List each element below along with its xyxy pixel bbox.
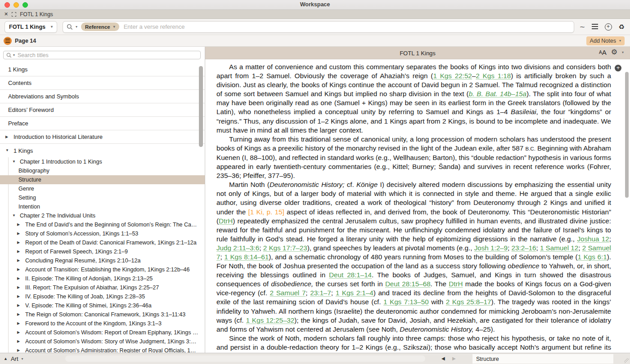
expand-tree-icon[interactable]: ▶ xyxy=(17,322,22,325)
chevron-down-icon: ▾ xyxy=(13,53,15,57)
reference-link[interactable]: 2 Kgs 1:18 xyxy=(476,72,511,80)
toc-item[interactable]: Bibliography xyxy=(0,166,205,175)
expand-tree-icon[interactable]: ▶ xyxy=(5,135,10,139)
reference-link[interactable]: b. B. Bat. 14b–15a xyxy=(469,90,526,98)
toc-item[interactable]: ▼Chapter 2 The Individual Units xyxy=(0,211,205,220)
reference-link[interactable]: 1 Kgs 12:25–32 xyxy=(246,316,294,324)
reference-link[interactable]: 23:2–16 xyxy=(512,244,536,252)
horizontal-scrollbar-track[interactable] xyxy=(65,355,425,362)
reference-link[interactable]: 1 Kgs 6:1 xyxy=(578,253,607,261)
toc-item[interactable]: ▶Introduction to Historical Literature xyxy=(0,130,205,144)
toc-search-input[interactable]: ▾ Search titles xyxy=(3,51,201,59)
toc-item[interactable]: Setting xyxy=(0,193,205,202)
expand-tree-icon[interactable]: ▶ xyxy=(17,250,22,253)
reference-link[interactable]: 23:1–7 xyxy=(310,289,331,297)
toc-item[interactable]: ▶V. Episode: The Killing of Shimei, 1Kin… xyxy=(0,301,205,310)
toc-item[interactable]: Intention xyxy=(0,202,205,211)
expand-tree-icon[interactable]: ▶ xyxy=(17,259,22,262)
add-note-fab[interactable]: + xyxy=(615,65,621,71)
toc-item[interactable]: ▶The End of David’s and the Beginning of… xyxy=(0,220,205,229)
expand-tree-icon[interactable]: ▶ xyxy=(17,286,22,289)
toc-item[interactable]: Preface xyxy=(0,117,205,130)
toc-item[interactable]: ▶Account of Solomon’s Administration: Re… xyxy=(0,346,205,353)
expand-tree-icon[interactable]: ▶ xyxy=(17,340,22,343)
reading-plan-icon[interactable]: ♻ xyxy=(619,23,625,31)
art-menu[interactable]: Art xyxy=(11,355,18,362)
toc-item[interactable]: ▶Report of Farewell Speech, 1Kings 2:1–9 xyxy=(0,247,205,256)
main-scrollbar-thumb[interactable] xyxy=(625,72,629,198)
search-options-chevron-icon[interactable]: ▾ xyxy=(76,25,77,29)
nav-back-icon[interactable]: ◀ xyxy=(441,356,445,361)
resize-grip[interactable] xyxy=(624,358,629,363)
resource-selector-button[interactable]: FOTL 1 Kings ▾ xyxy=(4,21,57,33)
reference-link[interactable]: Judg 2:11–3:6 xyxy=(216,244,259,252)
expand-tree-icon[interactable]: ▶ xyxy=(17,277,22,280)
resource-stack-icon[interactable] xyxy=(4,37,12,45)
text-run: ; xyxy=(536,244,540,252)
expand-tree-icon[interactable]: ▶ xyxy=(17,304,22,307)
chevron-down-icon[interactable]: ▾ xyxy=(22,357,23,361)
toc-item[interactable]: ▼1 Kings xyxy=(0,144,205,157)
reference-link[interactable]: 2 Samuel 7 xyxy=(270,289,306,297)
reference-link[interactable]: 2 Kgs 17:7–23 xyxy=(263,244,307,252)
expand-tree-icon[interactable]: ▶ xyxy=(17,223,22,226)
outline-icon[interactable] xyxy=(592,24,598,30)
toc-item[interactable]: ▶Report of the Death of David: Canonical… xyxy=(0,238,205,247)
toc-item[interactable]: Abbreviations and Symbols xyxy=(0,90,205,103)
search-type-pill[interactable]: Reference ▾ xyxy=(81,22,119,31)
nav-forward-icon[interactable]: ▶ xyxy=(452,356,456,361)
plus-glyph: + xyxy=(616,64,620,71)
toc-item[interactable]: ▶IV. Episode: The Killing of Joab, 1King… xyxy=(0,292,205,301)
verse-search-field[interactable]: ▾ Reference ▾ Enter a verse reference xyxy=(63,21,574,33)
expand-tree-icon[interactable]: ▶ xyxy=(17,295,22,298)
sidebar-scrollbar-thumb[interactable] xyxy=(199,66,203,147)
current-section-box[interactable]: Structure xyxy=(472,354,613,364)
expand-tree-icon[interactable]: ▶ xyxy=(17,268,22,271)
toc-item[interactable]: ▶II. Episode: The Killing of Adonijah, 1… xyxy=(0,274,205,283)
toc-item[interactable]: ▶Story of Solomon’s Accession, 1Kings 1:… xyxy=(0,229,205,238)
restore-tab-icon[interactable] xyxy=(12,12,16,17)
reference-link[interactable]: Josh 1:2–9 xyxy=(474,244,508,252)
toc-item[interactable]: Structure xyxy=(0,175,205,184)
toc-item[interactable]: ▶Foreword to the Account of the Kingdom,… xyxy=(0,319,205,328)
collapse-tree-icon[interactable]: ▼ xyxy=(5,149,10,152)
expand-tree-icon[interactable]: ▶ xyxy=(17,232,22,235)
reference-link[interactable]: DtrH xyxy=(449,280,463,288)
reference-link[interactable]: 1 Kgs 22:52 xyxy=(433,72,472,80)
toc-item[interactable]: ▶The Reign of Solomon: Canonical Framewo… xyxy=(0,310,205,319)
reference-link[interactable]: 1 Kgs 7:13–50 xyxy=(383,298,429,306)
gear-icon[interactable]: ⚙ xyxy=(611,49,617,56)
toc-item[interactable]: ▶III. Report: The Expulsion of Abiathar,… xyxy=(0,283,205,292)
circle-plus-icon[interactable]: + xyxy=(605,23,612,31)
collapse-tree-icon[interactable]: ▼ xyxy=(12,160,17,164)
toc-item[interactable]: Editors’ Foreword xyxy=(0,103,205,117)
toc-item[interactable]: Contents xyxy=(0,76,205,90)
reference-link[interactable]: Joshua 12 xyxy=(577,235,609,243)
toc-item[interactable]: ▶Concluding Regnal Resumé, 1Kings 2:10–1… xyxy=(0,256,205,265)
expand-tree-icon[interactable]: ▶ xyxy=(17,349,22,352)
toc-item[interactable]: 1 Kings xyxy=(0,63,205,76)
collapse-panel-icon[interactable]: ▲ xyxy=(4,356,8,361)
reference-link[interactable]: DtrH xyxy=(219,217,233,225)
toc-item[interactable]: ▶Account of Transition: Establishing the… xyxy=(0,265,205,274)
chevron-down-icon[interactable]: ▾ xyxy=(622,50,624,54)
expand-tree-icon[interactable]: ▶ xyxy=(17,241,22,244)
toc-item[interactable]: ▶Account of Solomon’s Wisdom: Report of … xyxy=(0,328,205,337)
close-tab-icon[interactable]: ✕ xyxy=(4,11,8,17)
reference-link[interactable]: Deut 28:1–14 xyxy=(329,271,372,279)
expand-tree-icon[interactable]: ▶ xyxy=(17,331,22,334)
toc-item[interactable]: Genre xyxy=(0,184,205,193)
reference-link[interactable]: 1 Kgs 2:1–4 xyxy=(336,289,374,297)
reference-link[interactable]: 1 Samuel 12 xyxy=(540,244,578,252)
reference-link[interactable]: Deut 28:15–68 xyxy=(385,280,431,288)
reference-link[interactable]: 1 Kgs 8:14–61 xyxy=(224,253,269,261)
reference-link[interactable]: 2 Kgs 25:8–17 xyxy=(446,298,491,306)
text-size-icon[interactable]: AA xyxy=(599,49,607,56)
tab-title[interactable]: FOTL 1 Kings xyxy=(20,11,53,18)
toc-item[interactable]: ▶Account of Solomon’s Wisdom: Story of W… xyxy=(0,337,205,346)
visual-filter-wave-icon[interactable]: ~ xyxy=(580,25,585,29)
toc-item[interactable]: ▼Chapter 1 Introduction to 1 Kings xyxy=(0,157,205,166)
collapse-tree-icon[interactable]: ▼ xyxy=(12,214,17,218)
add-notes-button[interactable]: Add Notes ▾ xyxy=(586,36,625,45)
expand-tree-icon[interactable]: ▶ xyxy=(17,313,22,316)
